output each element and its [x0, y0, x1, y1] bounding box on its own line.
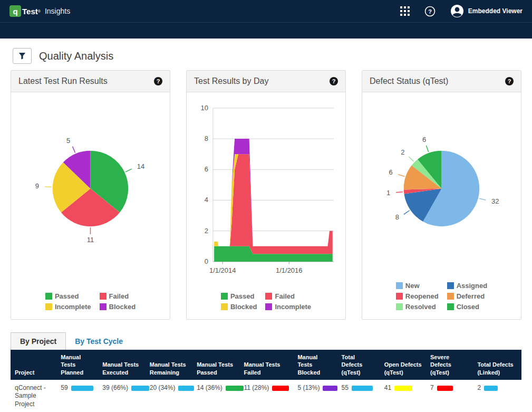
filter-button[interactable]	[13, 48, 32, 64]
svg-text:6: 6	[205, 165, 208, 173]
svg-text:2: 2	[205, 227, 208, 235]
dashboard-cards: Latest Test Run Results ? 141195 PassedF…	[11, 70, 521, 320]
column-header-manual-tests-failed: Manual Tests Failed	[240, 350, 294, 380]
column-header-manual-tests-passed: Manual Tests Passed	[192, 350, 239, 380]
page-title: Quality Analysis	[39, 50, 113, 62]
tab-by-project[interactable]: By Project	[11, 332, 66, 350]
apps-grid-button[interactable]	[400, 6, 410, 16]
svg-text:5: 5	[66, 137, 70, 145]
legend-item-failed: Failed	[100, 292, 136, 300]
svg-text:6: 6	[422, 136, 426, 143]
legend-item-failed: Failed	[265, 292, 311, 300]
topbar-actions: ? Embedded Viewer	[400, 4, 523, 18]
column-header-total-defects-qtest: Total Defects (qTest)	[337, 350, 380, 380]
legend-item-passed: Passed	[221, 292, 257, 300]
legend-item-blocked: Blocked	[100, 303, 136, 311]
test-results-by-day-area-chart: 02468101/1/20141/1/2016	[187, 92, 345, 276]
svg-text:4: 4	[205, 196, 208, 204]
svg-text:10: 10	[200, 104, 208, 112]
metric-bar	[226, 386, 244, 391]
svg-text:?: ?	[428, 8, 432, 14]
metric-bar	[71, 386, 93, 391]
secondary-navigation-bar	[0, 22, 532, 39]
svg-text:11: 11	[87, 236, 94, 244]
svg-text:1: 1	[386, 189, 390, 197]
legend-item-incomplete: Incomplete	[265, 303, 311, 311]
metric-total-defects: 55	[342, 384, 376, 392]
legend-swatch	[221, 293, 228, 300]
card-header: Latest Test Run Results ?	[11, 71, 170, 92]
project-metrics-table: Project Manual Tests Planned Manual Test…	[11, 350, 521, 412]
metric-executed: 39 (66%)	[102, 384, 141, 392]
defect-status-pie-chart: 3281626	[362, 92, 521, 250]
svg-text:8: 8	[205, 135, 208, 142]
column-header-total-defects-linked: Total Defects (Linked)	[473, 350, 521, 380]
tab-by-test-cycle[interactable]: By Test Cycle	[66, 333, 132, 350]
legend-item-assigned: Assigned	[447, 282, 488, 290]
latest-test-run-pie-chart: 141195	[11, 92, 170, 250]
card-help-icon[interactable]: ?	[505, 77, 514, 85]
chart-legend: PassedFailedIncompleteBlocked	[45, 292, 136, 311]
card-help-icon[interactable]: ?	[154, 77, 162, 85]
metric-remaining: 20 (34%)	[150, 384, 188, 392]
metric-open-defects: 41	[384, 384, 422, 392]
user-label: Embedded Viewer	[468, 7, 523, 15]
legend-item-passed: Passed	[45, 292, 91, 300]
metric-bar	[131, 386, 149, 391]
legend-swatch	[221, 303, 228, 310]
product-name: Insights	[45, 7, 70, 15]
svg-text:6: 6	[389, 168, 392, 176]
legend-item-deferred: Deferred	[447, 292, 488, 300]
funnel-icon	[18, 52, 26, 60]
legend-swatch	[396, 303, 403, 310]
card-defect-status-qtest: Defect Status (qTest) ? 3281626 NewAssig…	[362, 70, 521, 320]
metric-severe-defects: 7	[430, 384, 469, 392]
brand-text: Test	[22, 7, 38, 16]
svg-text:9: 9	[35, 182, 39, 190]
metric-bar	[484, 386, 498, 391]
table-header-row: Project Manual Tests Planned Manual Test…	[11, 350, 521, 380]
svg-text:1/1/2016: 1/1/2016	[276, 266, 302, 274]
metric-blocked: 5 (13%)	[297, 384, 333, 392]
card-title: Defect Status (qTest)	[370, 76, 448, 86]
column-header-manual-tests-executed: Manual Tests Executed	[98, 350, 145, 380]
column-header-manual-tests-planned: Manual Tests Planned	[56, 350, 98, 380]
legend-swatch	[447, 293, 454, 300]
table-row: qConnect - Sample Project 59 39 (66%) 20…	[11, 380, 521, 412]
legend-item-incomplete: Incomplete	[45, 303, 91, 311]
legend-swatch	[396, 282, 403, 289]
card-header: Defect Status (qTest) ?	[362, 71, 521, 92]
metric-failed: 11 (28%)	[244, 384, 289, 392]
question-circle-icon: ?	[424, 6, 436, 17]
legend-swatch	[45, 293, 52, 300]
metric-bar	[437, 386, 453, 391]
legend-item-new: New	[396, 282, 439, 290]
legend-swatch	[100, 293, 107, 300]
table-tabs: By Project By Test Cycle	[11, 332, 521, 350]
qtest-logo[interactable]: q Test ® Insights	[9, 5, 70, 17]
svg-text:14: 14	[137, 162, 144, 170]
registered-mark: ®	[38, 9, 41, 13]
user-menu[interactable]: Embedded Viewer	[450, 4, 523, 18]
legend-swatch	[265, 293, 272, 300]
svg-text:2: 2	[401, 148, 404, 156]
legend-item-closed: Closed	[447, 303, 488, 311]
apps-grid-icon	[400, 6, 410, 16]
legend-swatch	[396, 293, 403, 300]
legend-swatch	[447, 282, 454, 289]
help-button[interactable]: ?	[424, 6, 436, 17]
legend-swatch	[100, 303, 107, 310]
card-body: 141195 PassedFailedIncompleteBlocked	[11, 92, 170, 319]
legend-item-reopened: Reopened	[396, 292, 439, 300]
column-header-open-defects-qtest: Open Defects (qTest)	[380, 350, 426, 380]
legend-swatch	[45, 303, 52, 310]
card-help-icon[interactable]: ?	[330, 77, 338, 85]
card-body: 02468101/1/20141/1/2016 PassedFailedBloc…	[187, 92, 345, 319]
page-head: Quality Analysis	[13, 48, 519, 64]
chart-legend: NewAssignedReopenedDeferredResolvedClose…	[396, 282, 487, 311]
legend-swatch	[447, 303, 454, 310]
legend-item-resolved: Resolved	[396, 303, 439, 311]
card-header: Test Results by Day ?	[187, 71, 345, 92]
metric-bar	[394, 386, 412, 391]
metric-linked-defects: 2	[477, 384, 517, 392]
